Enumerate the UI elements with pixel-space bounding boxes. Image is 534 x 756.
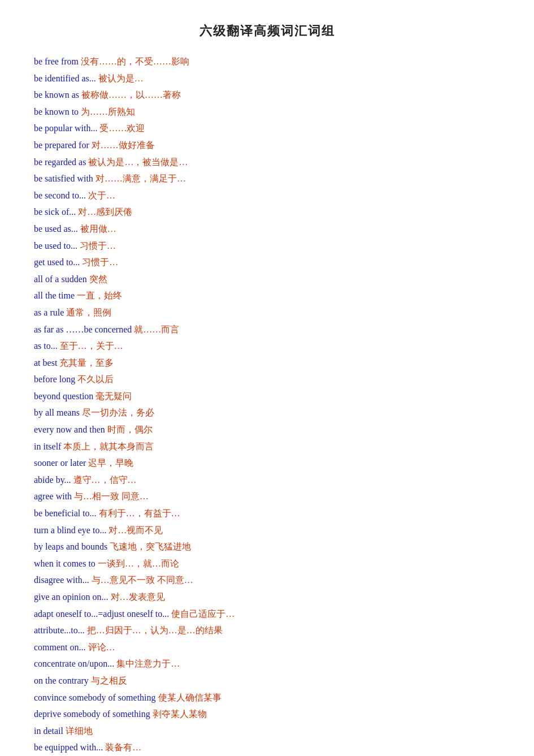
phrase-chinese: 对…视而不见 bbox=[108, 525, 163, 535]
phrase-english: be popular with... bbox=[34, 123, 99, 133]
list-item: comment on... 评论… bbox=[34, 639, 500, 656]
phrase-english: get used to... bbox=[34, 257, 82, 267]
phrase-chinese: 时而，偶尔 bbox=[107, 425, 153, 434]
phrase-english: attribute...to... bbox=[34, 625, 87, 635]
phrase-english: in detail bbox=[34, 726, 66, 736]
phrase-english: every now and then bbox=[34, 425, 107, 434]
phrase-chinese: 突然 bbox=[89, 274, 107, 284]
list-item: beyond question 毫无疑问 bbox=[34, 388, 500, 405]
list-item: in itself 本质上，就其本身而言 bbox=[34, 438, 500, 455]
phrase-english: all of a sudden bbox=[34, 274, 89, 284]
phrase-chinese: 与…意见不一致 不同意… bbox=[92, 575, 193, 585]
list-item: be prepared for 对……做好准备 bbox=[34, 137, 500, 154]
list-item: be known to 为……所熟知 bbox=[34, 103, 500, 120]
list-item: abide by... 遵守…，信守… bbox=[34, 472, 500, 489]
phrase-chinese: 评论… bbox=[88, 642, 115, 652]
list-item: be second to... 次于… bbox=[34, 187, 500, 204]
phrase-english: abide by... bbox=[34, 475, 73, 485]
phrase-english: as far as ……be concerned bbox=[34, 325, 134, 334]
phrase-chinese: 受……欢迎 bbox=[99, 123, 145, 133]
phrase-chinese: 详细地 bbox=[66, 726, 93, 736]
phrase-chinese: 至于…，关于… bbox=[60, 341, 123, 351]
phrase-english: concentrate on/upon... bbox=[34, 659, 116, 668]
list-item: sooner or later 迟早，早晚 bbox=[34, 455, 500, 472]
phrase-chinese: 使某人确信某事 bbox=[158, 693, 222, 702]
phrase-english: be known as bbox=[34, 90, 81, 100]
list-item: be known as 被称做……，以……著称 bbox=[34, 87, 500, 103]
phrase-chinese: 剥夺某人某物 bbox=[153, 709, 207, 719]
phrase-chinese: 对……满意，满足于… bbox=[95, 174, 186, 183]
list-item: turn a blind eye to... 对…视而不见 bbox=[34, 522, 500, 539]
phrase-chinese: 迟早，早晚 bbox=[88, 458, 133, 468]
list-item: be regarded as 被认为是…，被当做是… bbox=[34, 154, 500, 171]
phrase-chinese: 对…发表意见 bbox=[111, 592, 165, 602]
list-item: get used to... 习惯于… bbox=[34, 254, 500, 271]
phrase-english: agree with bbox=[34, 491, 74, 501]
list-item: be beneficial to... 有利于…，有益于… bbox=[34, 505, 500, 522]
list-item: convince somebody of something 使某人确信某事 bbox=[34, 689, 500, 706]
list-item: concentrate on/upon... 集中注意力于… bbox=[34, 655, 500, 672]
phrase-chinese: 对…感到厌倦 bbox=[78, 207, 132, 217]
phrase-chinese: 就……而言 bbox=[134, 325, 179, 334]
list-item: on the contrary 与之相反 bbox=[34, 672, 500, 689]
list-item: at best 充其量，至多 bbox=[34, 355, 500, 371]
phrase-chinese: 一谈到…，就…而论 bbox=[98, 559, 179, 568]
phrase-english: before long bbox=[34, 374, 77, 384]
phrase-english: be prepared for bbox=[34, 140, 92, 150]
phrase-english: beyond question bbox=[34, 391, 95, 401]
phrase-chinese: 被称做……，以……著称 bbox=[81, 90, 181, 100]
phrase-english: deprive somebody of something bbox=[34, 709, 153, 719]
phrase-chinese: 飞速地，突飞猛进地 bbox=[110, 542, 191, 551]
phrase-english: on the contrary bbox=[34, 676, 91, 685]
list-item: be sick of... 对…感到厌倦 bbox=[34, 204, 500, 221]
list-item: disagree with... 与…意见不一致 不同意… bbox=[34, 572, 500, 589]
phrase-chinese: 一直，始终 bbox=[77, 291, 122, 300]
phrase-english: disagree with... bbox=[34, 575, 92, 585]
phrase-english: convince somebody of something bbox=[34, 693, 158, 702]
phrase-chinese: 习惯于… bbox=[82, 257, 118, 267]
phrase-english: when it comes to bbox=[34, 559, 98, 568]
list-item: give an opinion on... 对…发表意见 bbox=[34, 589, 500, 606]
phrase-chinese: 使自己适应于… bbox=[171, 609, 235, 619]
phrase-chinese: 被用做… bbox=[80, 224, 116, 234]
phrase-chinese: 毫无疑问 bbox=[95, 391, 132, 401]
list-item: deprive somebody of something 剥夺某人某物 bbox=[34, 706, 500, 723]
list-item: all the time 一直，始终 bbox=[34, 287, 500, 304]
phrase-english: be equipped with... bbox=[34, 742, 105, 752]
phrase-english: give an opinion on... bbox=[34, 592, 111, 602]
list-item: be satisfied with 对……满意，满足于… bbox=[34, 170, 500, 187]
phrase-english: in itself bbox=[34, 442, 63, 451]
phrase-english: adapt oneself to...=adjust oneself to... bbox=[34, 609, 171, 619]
phrase-english: be second to... bbox=[34, 191, 88, 200]
phrase-chinese: 把…归因于…，认为…是…的结果 bbox=[87, 625, 223, 635]
list-item: as to... 至于…，关于… bbox=[34, 338, 500, 355]
phrase-chinese: 尽一切办法，务必 bbox=[82, 408, 154, 417]
phrase-chinese: 充其量，至多 bbox=[59, 358, 114, 368]
phrase-list: be free from 没有……的，不受……影响be identified a… bbox=[34, 53, 500, 756]
phrase-chinese: 没有……的，不受……影响 bbox=[81, 57, 189, 66]
list-item: by leaps and bounds 飞速地，突飞猛进地 bbox=[34, 538, 500, 555]
phrase-english: be satisfied with bbox=[34, 174, 95, 183]
phrase-english: sooner or later bbox=[34, 458, 88, 468]
phrase-chinese: 对……做好准备 bbox=[92, 140, 155, 150]
phrase-english: be beneficial to... bbox=[34, 508, 99, 518]
phrase-english: be used as... bbox=[34, 224, 80, 234]
list-item: when it comes to 一谈到…，就…而论 bbox=[34, 555, 500, 572]
list-item: in detail 详细地 bbox=[34, 723, 500, 740]
phrase-chinese: 通常，照例 bbox=[66, 308, 111, 317]
phrase-english: by leaps and bounds bbox=[34, 542, 110, 551]
list-item: attribute...to... 把…归因于…，认为…是…的结果 bbox=[34, 622, 500, 639]
list-item: be used as... 被用做… bbox=[34, 221, 500, 237]
phrase-chinese: 被认为是… bbox=[98, 74, 144, 83]
phrase-english: be used to... bbox=[34, 241, 80, 250]
list-item: by all means 尽一切办法，务必 bbox=[34, 404, 500, 421]
phrase-english: be sick of... bbox=[34, 207, 78, 217]
phrase-chinese: 习惯于… bbox=[80, 241, 116, 250]
phrase-chinese: 集中注意力于… bbox=[116, 659, 180, 668]
list-item: be identified as... 被认为是… bbox=[34, 70, 500, 87]
list-item: be equipped with... 装备有… bbox=[34, 739, 500, 756]
list-item: be free from 没有……的，不受……影响 bbox=[34, 53, 500, 70]
list-item: as far as ……be concerned 就……而言 bbox=[34, 321, 500, 338]
phrase-english: as to... bbox=[34, 341, 60, 351]
phrase-chinese: 被认为是…，被当做是… bbox=[88, 157, 188, 167]
